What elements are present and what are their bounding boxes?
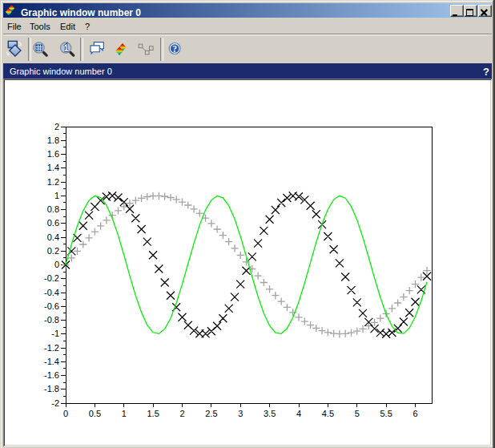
svg-text:-2: -2 [51, 398, 59, 408]
svg-text:-1.2: -1.2 [44, 343, 59, 353]
svg-text:1.5: 1.5 [147, 409, 159, 418]
svg-text:1.8: 1.8 [47, 135, 59, 145]
svg-text:5.5: 5.5 [380, 409, 392, 418]
svg-text:2: 2 [54, 122, 59, 131]
svg-text:5: 5 [355, 409, 360, 418]
svg-text:0: 0 [63, 409, 68, 418]
svg-text:4.5: 4.5 [322, 409, 334, 418]
svg-text:3: 3 [238, 409, 243, 418]
svg-text:-0.6: -0.6 [44, 301, 59, 311]
svg-text:3.5: 3.5 [264, 409, 276, 418]
svg-text:4: 4 [296, 409, 301, 418]
svg-text:2.5: 2.5 [205, 409, 217, 418]
svg-text:-0.4: -0.4 [44, 288, 59, 297]
svg-text:1.6: 1.6 [47, 149, 59, 159]
svg-text:-0.8: -0.8 [44, 315, 59, 325]
svg-text:1: 1 [54, 191, 59, 200]
svg-text:1.4: 1.4 [47, 163, 59, 172]
svg-text:1: 1 [122, 409, 127, 418]
svg-text:6: 6 [412, 409, 417, 418]
svg-text:1.2: 1.2 [47, 177, 59, 187]
svg-text:-1: -1 [51, 329, 59, 338]
svg-text:0.6: 0.6 [47, 218, 59, 228]
svg-text:-0.2: -0.2 [44, 273, 59, 283]
svg-text:0.4: 0.4 [47, 232, 59, 242]
svg-text:-1.4: -1.4 [44, 357, 59, 366]
svg-text:0.2: 0.2 [47, 246, 59, 256]
svg-text:0.8: 0.8 [47, 204, 59, 214]
svg-text:2: 2 [179, 409, 184, 418]
svg-text:0.5: 0.5 [89, 409, 101, 418]
svg-text:0: 0 [54, 260, 59, 269]
svg-text:-1.6: -1.6 [44, 370, 59, 380]
svg-text:-1.8: -1.8 [44, 384, 59, 394]
